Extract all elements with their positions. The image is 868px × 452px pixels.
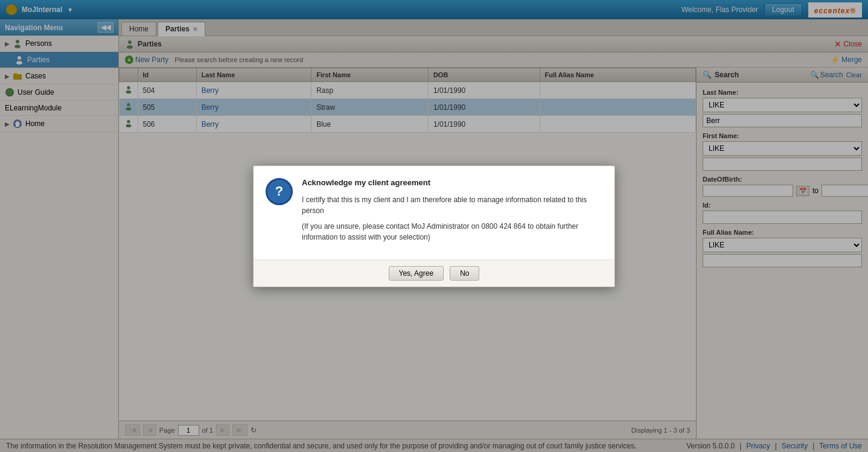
yes-agree-button[interactable]: Yes, Agree [389, 266, 444, 281]
modal-title: Acknowledge my client agreement [302, 178, 602, 187]
modal-content: Acknowledge my client agreement I certif… [302, 178, 602, 247]
modal-overlay: ? Acknowledge my client agreement I cert… [0, 0, 868, 452]
modal-question-icon: ? [266, 178, 293, 205]
modal-footer: Yes, Agree No [254, 259, 614, 287]
modal-dialog: ? Acknowledge my client agreement I cert… [253, 165, 615, 287]
modal-text2: (If you are unsure, please contact MoJ A… [302, 221, 602, 243]
modal-body: ? Acknowledge my client agreement I cert… [254, 166, 614, 259]
modal-text1: I certify that this is my client and I a… [302, 194, 602, 216]
no-button[interactable]: No [450, 266, 479, 281]
